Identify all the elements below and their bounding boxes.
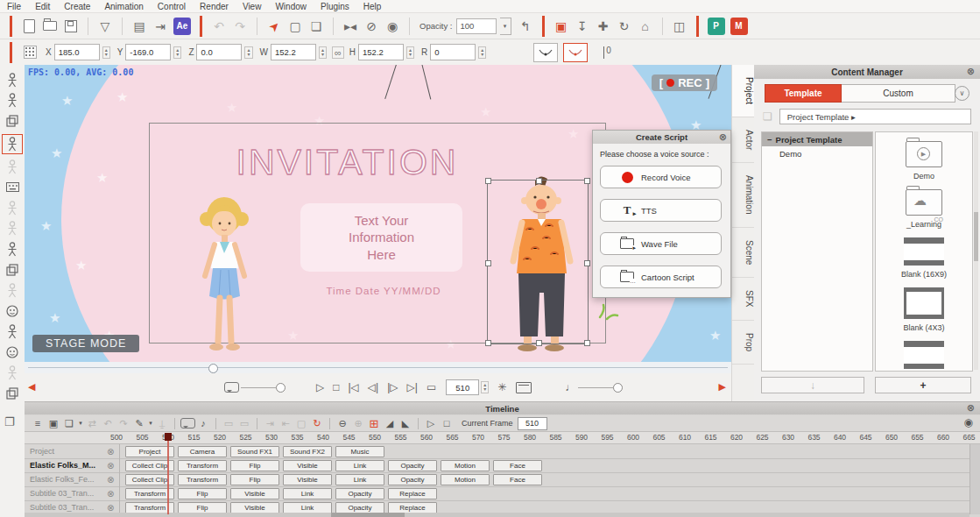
audio-volume-slider[interactable]: ♩ [565,381,623,393]
menu-edit[interactable]: Edit [35,2,50,11]
template-thumbnail-blank-16x9-[interactable]: Blank (16X9) [876,237,972,279]
track-button-opacity[interactable]: Opacity [388,460,437,471]
keyboard-puppet-tool-icon[interactable] [3,179,22,195]
export-image-icon[interactable]: ▤ [129,16,150,37]
tts-button[interactable]: T▸TTS [600,199,722,222]
timeline-visibility-icon[interactable]: ◉ [964,416,973,428]
anchor-tool-icon[interactable]: ↧ [572,16,593,37]
prop-tool-icon[interactable] [3,200,22,216]
opacity-dropdown-icon[interactable]: ▾ [500,18,511,35]
tab-sfx[interactable]: SFX [732,278,754,320]
mask-tool-icon[interactable] [3,159,22,175]
popvideo-icon[interactable]: P [708,18,725,35]
track-button-music[interactable]: Music [335,446,384,457]
motion-pilot-tool-icon[interactable] [3,323,22,340]
track-button-camera[interactable]: Camera [178,446,227,457]
track-close-icon[interactable]: ⊗ [107,489,119,499]
clip-left-icon[interactable]: ▭ [221,417,236,430]
ramp-down-icon[interactable]: ◣ [398,417,413,430]
timeline-vertical-scrollbar[interactable] [969,444,980,514]
menu-animation[interactable]: Animation [104,2,143,11]
face-puppet-tool-icon[interactable] [3,302,22,319]
camera-tool-icon[interactable]: ▣ [551,16,572,37]
breadcrumb-folder-icon[interactable]: ❏ [763,110,772,123]
timeline-scroll-right-icon[interactable]: ▶ [719,381,726,393]
playhead-marker[interactable] [165,433,172,441]
tab-actor[interactable]: Actor [732,117,754,163]
window-tool-icon[interactable] [3,385,22,401]
timeline-current-frame-input[interactable]: 510 [518,417,547,430]
export-video-icon[interactable]: ⇥ [150,16,171,37]
ramp-up-icon[interactable]: ◢ [382,417,398,430]
timeline-close-icon[interactable]: ⊗ [967,402,975,414]
track-button-visible[interactable]: Visible [283,460,332,471]
track-name[interactable]: Subtitle 03_Tran... [25,489,107,498]
zoom-out-icon[interactable]: ⊖ [335,417,350,430]
subtitle-opacity-slider[interactable] [224,382,286,393]
menu-create[interactable]: Create [64,2,90,11]
track-close-icon[interactable]: ⊗ [107,447,119,457]
track-button-flip[interactable]: Flip [230,460,279,471]
track-button-face[interactable]: Face [493,474,542,485]
track-dropdown-icon[interactable]: ▾ [77,417,84,430]
undo-button[interactable]: ↶ [208,16,229,37]
motionlive-icon[interactable]: M [730,18,748,35]
after-effects-icon[interactable]: Ae [173,18,191,35]
track-button-visible[interactable]: Visible [230,488,279,499]
window-tool-icon[interactable]: ❐ [4,415,15,428]
cartoon-script-button[interactable]: …Cartoon Script [600,266,722,288]
template-thumbnail[interactable] [876,341,972,372]
record-voice-button[interactable]: Record Voice [600,166,722,188]
track-close-icon[interactable]: ⊗ [107,503,119,513]
transform-r-input[interactable]: 0 [430,44,476,60]
stage-zoom-slider[interactable] [25,362,731,373]
menu-file[interactable]: File [7,2,21,11]
menu-view[interactable]: View [243,2,262,11]
template-thumbnail-demo[interactable]: ▶Demo [876,141,972,181]
track-button-face[interactable]: Face [493,460,542,471]
motion-tool-icon[interactable] [3,93,22,110]
track-name[interactable]: Elastic Folks_Fe... [25,475,107,484]
speech-script-icon[interactable] [180,417,195,430]
composer-tool-icon[interactable] [3,113,22,130]
loop-out-icon[interactable]: ↷ [116,417,131,430]
track-button-visible[interactable]: Visible [230,502,279,513]
zoom-reset-icon[interactable]: ⊕ [350,417,366,430]
transform-w-input[interactable]: 152.2 [271,44,316,60]
transform-h-input[interactable]: 152.2 [358,44,404,60]
new-project-button[interactable] [18,16,39,37]
track-button-replace[interactable]: Replace [388,502,437,513]
breadcrumb[interactable]: Project Template ▸ [779,109,971,124]
track-button-transform[interactable]: Transform [178,460,227,471]
track-button-opacity[interactable]: Opacity [335,488,384,499]
track-button-opacity[interactable]: Opacity [335,502,384,513]
track-button-transform[interactable]: Transform [178,474,227,485]
break-link-icon[interactable]: ⇄ [84,417,100,430]
track-button-opacity[interactable]: Opacity [388,474,437,485]
track-button-flip[interactable]: Flip [178,488,227,499]
cm-tab-custom[interactable]: Custom [842,84,955,103]
menu-control[interactable]: Control [158,2,186,11]
track-name[interactable]: Elastic Folks_M... [25,461,107,470]
body-puppet-tool-icon[interactable] [3,282,22,299]
track-button-flip[interactable]: Flip [230,474,279,485]
basket-icon[interactable]: ▽ [95,16,116,37]
content-manager-close-icon[interactable]: ⊗ [967,66,975,77]
timeline-horizontal-scrollbar[interactable] [25,513,969,517]
add-folder-icon[interactable]: ❏ [61,417,77,430]
track-button-visible[interactable]: Visible [283,474,332,485]
home-view-icon[interactable]: ⌂ [635,16,656,37]
reset-rotation-icon[interactable]: 0 [603,46,611,59]
current-frame-input[interactable]: 510 [446,379,479,395]
track-close-icon[interactable]: ⊗ [107,461,119,471]
frame-spinner[interactable]: ▴▾ [481,381,489,393]
track-list-icon[interactable]: ≡ [30,417,46,430]
script-tool-icon[interactable] [2,134,23,154]
loop-in-icon[interactable]: ↶ [100,417,116,430]
track-button-flip[interactable]: Flip [178,502,227,513]
menu-help[interactable]: Help [363,2,382,11]
female-character[interactable] [187,191,261,363]
edit-clip-icon[interactable]: ✎ [131,417,147,430]
menu-window[interactable]: Window [275,2,307,11]
clip-right-icon[interactable]: ▭ [236,417,252,430]
